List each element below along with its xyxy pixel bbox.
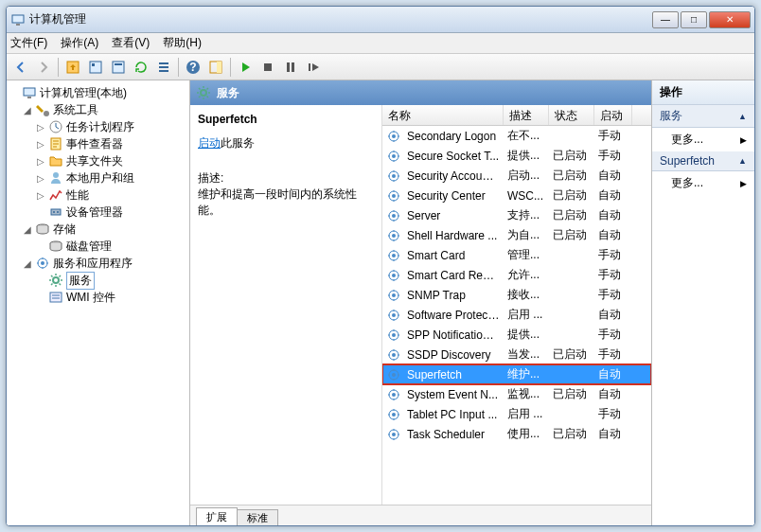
gear-icon (386, 248, 401, 263)
actions-section-services[interactable]: 服务▲ (652, 105, 754, 128)
gear-icon (386, 208, 401, 223)
description-text: 维护和提高一段时间内的系统性能。 (198, 186, 374, 219)
cell-desc: 提供... (504, 327, 549, 343)
menu-file[interactable]: 文件(F) (10, 35, 47, 51)
tree-services[interactable]: 服务 (9, 272, 187, 289)
pane-button[interactable] (205, 57, 226, 78)
nav-tree[interactable]: 计算机管理(本地) ◢系统工具 ▷任务计划程序 ▷事件查看器 ▷共享文件夹 ▷本… (7, 80, 190, 525)
cell-startup: 自动 (594, 207, 632, 223)
pause-service-button[interactable] (280, 57, 301, 78)
actions-more-services[interactable]: 更多...▶ (652, 128, 754, 151)
tree-task-scheduler[interactable]: ▷任务计划程序 (9, 118, 187, 135)
cell-name: Software Protect... (403, 309, 504, 322)
cell-name: SPP Notification ... (403, 328, 504, 342)
up-button[interactable] (62, 57, 83, 78)
tab-standard[interactable]: 标准 (237, 509, 278, 526)
cell-desc: 支持... (504, 207, 549, 223)
service-row[interactable]: Task Scheduler使用...已启动自动 (382, 424, 651, 444)
svg-rect-26 (217, 62, 221, 73)
stop-service-button[interactable] (257, 57, 278, 78)
menubar: 文件(F) 操作(A) 查看(V) 帮助(H) (7, 33, 754, 54)
service-row[interactable]: Superfetch维护...自动 (382, 364, 651, 384)
cell-status: 已启动 (549, 148, 594, 164)
menu-view[interactable]: 查看(V) (112, 35, 150, 51)
service-row[interactable]: SSDP Discovery当发...已启动手动 (382, 345, 651, 364)
cell-startup: 手动 (594, 287, 632, 303)
tree-services-apps[interactable]: ◢服务和应用程序 (9, 255, 187, 272)
restart-service-button[interactable] (303, 57, 324, 78)
cell-startup: 自动 (594, 187, 632, 204)
service-row[interactable]: SNMP Trap接收...手动 (382, 285, 651, 305)
gear-icon (386, 188, 401, 204)
menu-help[interactable]: 帮助(H) (163, 35, 202, 51)
service-row[interactable]: Security Account...启动...已启动自动 (382, 166, 651, 186)
cell-desc: 当发... (504, 346, 549, 363)
tree-root[interactable]: 计算机管理(本地) (9, 84, 187, 101)
close-button[interactable]: ✕ (709, 11, 751, 28)
app-window: 计算机管理 — □ ✕ 文件(F) 操作(A) 查看(V) 帮助(H) 计算机管… (6, 6, 755, 526)
cell-desc: 管理... (504, 247, 549, 263)
service-row[interactable]: Shell Hardware ...为自...已启动自动 (382, 225, 651, 245)
service-row[interactable]: Smart Card Rem...允许...手动 (382, 265, 651, 285)
forward-button[interactable] (33, 57, 54, 78)
separator (178, 58, 179, 77)
actions-section-selected[interactable]: Superfetch▲ (652, 151, 754, 171)
service-row[interactable]: System Event N...监视...已启动自动 (382, 384, 651, 404)
start-service-link[interactable]: 启动 (198, 136, 221, 150)
collapse-icon: ▲ (738, 156, 747, 166)
bottom-tabs: 扩展 标准 (190, 505, 651, 525)
start-service-button[interactable] (235, 57, 256, 78)
cell-startup: 手动 (594, 247, 632, 263)
service-row[interactable]: Server支持...已启动自动 (382, 205, 651, 225)
service-row[interactable]: Secure Socket T...提供...已启动手动 (382, 146, 651, 166)
help-button[interactable] (183, 57, 204, 78)
actions-more-selected[interactable]: 更多...▶ (652, 171, 754, 195)
tree-disk-mgmt[interactable]: 磁盘管理 (9, 238, 187, 255)
cell-startup: 自动 (594, 366, 632, 382)
col-startup[interactable]: 启动 (594, 105, 632, 125)
gear-icon (386, 288, 401, 303)
services-list: 名称 描述 状态 启动 Secondary Logon在不...手动Secure… (381, 105, 651, 505)
properties-button[interactable] (85, 57, 106, 78)
cell-name: SNMP Trap (403, 289, 504, 302)
tab-extended[interactable]: 扩展 (196, 507, 238, 526)
col-status[interactable]: 状态 (549, 105, 594, 125)
refresh-button[interactable] (131, 57, 151, 78)
cell-status: 已启动 (549, 207, 594, 223)
services-rows[interactable]: Secondary Logon在不...手动Secure Socket T...… (382, 126, 651, 505)
tree-system-tools[interactable]: ◢系统工具 (9, 101, 187, 118)
service-row[interactable]: Secondary Logon在不...手动 (382, 126, 651, 146)
tree-storage[interactable]: ◢存储 (9, 221, 187, 238)
service-row[interactable]: Security CenterWSC...已启动自动 (382, 186, 651, 205)
cell-name: Secure Socket T... (403, 150, 504, 163)
cell-desc: 维护... (504, 366, 549, 382)
titlebar[interactable]: 计算机管理 — □ ✕ (7, 7, 754, 33)
tree-local-users[interactable]: ▷本地用户和组 (9, 169, 187, 186)
actions-header: 操作 (652, 80, 754, 105)
list-button[interactable] (153, 57, 174, 78)
col-name[interactable]: 名称 (382, 105, 504, 125)
cell-desc: 启用 ... (504, 406, 549, 422)
service-row[interactable]: Smart Card管理...手动 (382, 245, 651, 265)
tree-wmi[interactable]: WMI 控件 (9, 289, 187, 306)
cell-desc: WSC... (504, 189, 549, 203)
tree-performance[interactable]: ▷性能 (9, 186, 187, 204)
tree-shared-folders[interactable]: ▷共享文件夹 (9, 152, 187, 169)
tree-event-viewer[interactable]: ▷事件查看器 (9, 135, 187, 152)
maximize-button[interactable]: □ (681, 11, 707, 28)
service-row[interactable]: Tablet PC Input ...启用 ...手动 (382, 404, 651, 424)
cell-status: 已启动 (549, 187, 594, 204)
cell-desc: 为自... (504, 227, 549, 243)
gear-icon (386, 149, 401, 164)
export-button[interactable] (108, 57, 129, 78)
col-desc[interactable]: 描述 (504, 105, 549, 125)
back-button[interactable] (10, 57, 31, 78)
selected-service-name: Superfetch (198, 113, 374, 126)
service-row[interactable]: Software Protect...启用 ...自动 (382, 305, 651, 325)
gear-icon (386, 308, 401, 323)
tree-device-manager[interactable]: 设备管理器 (9, 204, 187, 221)
minimize-button[interactable]: — (652, 11, 679, 28)
service-row[interactable]: SPP Notification ...提供...手动 (382, 325, 651, 345)
menu-action[interactable]: 操作(A) (61, 35, 98, 51)
cell-name: Task Scheduler (403, 428, 504, 441)
